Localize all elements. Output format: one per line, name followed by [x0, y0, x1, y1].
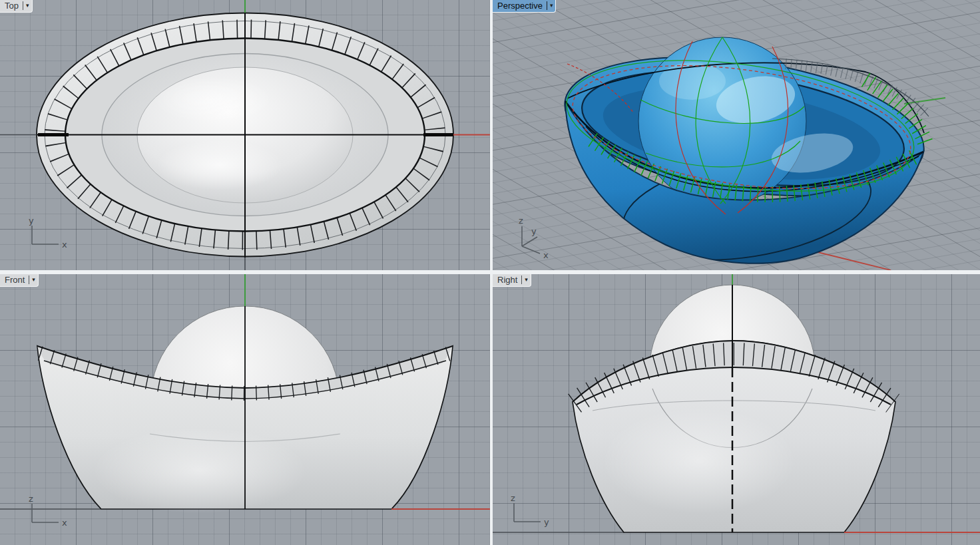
viewport-top[interactable]: Top ▾ — [0, 0, 490, 270]
viewport-tab-label: Right — [497, 275, 521, 285]
svg-text:y: y — [29, 216, 34, 226]
rhino-four-viewport-workspace: Top ▾ — [0, 0, 980, 545]
viewport-tab-label: Perspective — [497, 1, 547, 11]
chevron-down-icon[interactable]: ▾ — [521, 275, 528, 284]
svg-text:z: z — [511, 493, 515, 503]
viewport-right[interactable]: Right ▾ — [493, 274, 980, 545]
viewport-tab-front[interactable]: Front ▾ — [0, 274, 39, 287]
viewport-front-canvas[interactable]: z x — [0, 274, 490, 545]
front-view-axis-indicator: z x — [29, 494, 67, 528]
svg-text:y: y — [531, 226, 537, 236]
viewport-tab-perspective[interactable]: Perspective ▾ — [493, 0, 556, 13]
svg-text:y: y — [544, 517, 549, 527]
ingot-model-front-view[interactable] — [37, 306, 453, 514]
viewport-front[interactable]: Front ▾ — [0, 274, 490, 545]
chevron-down-icon[interactable]: ▾ — [29, 275, 35, 284]
ingot-model-right-view[interactable] — [573, 285, 895, 532]
viewport-tab-top[interactable]: Top ▾ — [0, 0, 33, 13]
viewport-tab-label: Front — [5, 275, 29, 285]
chevron-down-icon[interactable]: ▾ — [547, 1, 553, 10]
viewport-right-canvas[interactable]: z y — [493, 274, 980, 545]
viewport-perspective-canvas[interactable]: z y x — [493, 0, 980, 270]
svg-text:x: x — [62, 518, 67, 528]
chevron-down-icon[interactable]: ▾ — [23, 1, 29, 10]
svg-text:x: x — [543, 250, 549, 260]
top-view-axis-indicator: y x — [29, 216, 67, 250]
right-view-axis-indicator: z y — [511, 493, 549, 527]
svg-text:z: z — [29, 494, 33, 504]
viewport-tab-label: Top — [5, 1, 23, 11]
top-view-axis-lines — [0, 0, 490, 270]
viewport-perspective[interactable]: Perspective ▾ — [493, 0, 980, 270]
svg-text:z: z — [519, 216, 523, 226]
svg-text:x: x — [62, 240, 67, 250]
viewport-tab-right[interactable]: Right ▾ — [493, 274, 531, 287]
viewport-top-canvas[interactable]: y x — [0, 0, 490, 270]
